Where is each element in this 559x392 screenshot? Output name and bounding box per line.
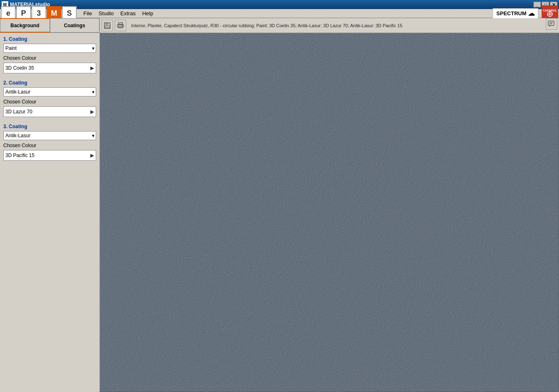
coating-3-colour-arrow: ▶: [90, 153, 94, 158]
left-panel: 1. Coating Paint Antik-Lasur None ▼ Chos…: [0, 33, 100, 392]
svg-rect-19: [100, 33, 559, 392]
main-container: Background Coatings: [0, 18, 559, 392]
toolbar-buttons: [100, 18, 128, 33]
coating-1-colour-value: 3D Coelin 35: [5, 65, 90, 71]
svg-rect-13: [548, 21, 554, 26]
coating-2-colour-label: Chosen Colour: [3, 99, 96, 105]
tab-coatings[interactable]: Coatings: [50, 18, 100, 33]
coating-3-colour-label: Chosen Colour: [3, 143, 96, 148]
coating-2-colour-value: 3D Lazur 70: [5, 109, 90, 115]
coating-3-colour-value: 3D Pacific 15: [5, 153, 90, 158]
coating-2-section: 2. Coating Paint Antik-Lasur None ▼ Chos…: [3, 80, 96, 117]
texture-svg: [100, 33, 559, 392]
tab-background[interactable]: Background: [0, 18, 50, 33]
svg-rect-6: [105, 23, 108, 25]
coating-1-colour-label: Chosen Colour: [3, 55, 96, 61]
svg-rect-8: [106, 26, 108, 28]
toolbar-row: Background Coatings: [0, 18, 559, 33]
coating-3-select-wrapper: Paint Antik-Lasur None ▼: [3, 131, 96, 140]
coating-2-label: 2. Coating: [3, 80, 96, 86]
comment-button[interactable]: [546, 18, 557, 30]
coating-2-colour-selector[interactable]: 3D Lazur 70 ▶: [3, 106, 96, 117]
coating-1-label: 1. Coating: [3, 36, 96, 42]
left-tabs: Background Coatings: [0, 18, 100, 33]
coating-3-section: 3. Coating Paint Antik-Lasur None ▼ Chos…: [3, 124, 96, 161]
coating-1-colour-arrow: ▶: [90, 65, 94, 71]
spectrum-label: SPECTRUM: [496, 10, 526, 16]
menu-studio[interactable]: Studio: [95, 9, 117, 17]
coating-2-select-wrapper: Paint Antik-Lasur None ▼: [3, 87, 96, 96]
coating-1-colour-selector[interactable]: 3D Coelin 35 ▶: [3, 63, 96, 73]
titlebar: M MATERIALstudio _ □ ✕: [0, 0, 559, 9]
print-button[interactable]: [115, 20, 126, 31]
coating-2-colour-arrow: ▶: [90, 109, 94, 115]
spectrum-logo: SPECTRUM ☁: [493, 8, 538, 19]
coating-3-colour-selector[interactable]: 3D Pacific 15 ▶: [3, 150, 96, 161]
texture-overlay: [100, 33, 559, 392]
coating-3-type-select[interactable]: Paint Antik-Lasur None: [3, 131, 96, 140]
menu-help[interactable]: Help: [139, 9, 157, 17]
coating-3-label: 3. Coating: [3, 124, 96, 129]
svg-rect-18: [100, 33, 559, 392]
description-text: Interior, Plaster, Capatect Strukturputz…: [131, 23, 402, 28]
coating-2-type-select[interactable]: Paint Antik-Lasur None: [3, 87, 96, 96]
save-button[interactable]: [101, 20, 113, 31]
content-area: 1. Coating Paint Antik-Lasur None ▼ Chos…: [0, 33, 559, 392]
save-icon: [104, 22, 111, 29]
preview-area: [100, 33, 559, 392]
description-bar: Interior, Plaster, Capatect Strukturputz…: [128, 18, 546, 33]
coating-1-type-select[interactable]: Paint Antik-Lasur None: [3, 44, 96, 53]
menubar: e P 3 M S File Studio Extras Help SPECTR…: [0, 9, 559, 18]
cloud-icon: ☁: [528, 9, 535, 17]
menu-extras[interactable]: Extras: [117, 9, 139, 17]
comment-icon: [548, 20, 555, 28]
svg-point-12: [122, 25, 123, 26]
menu-file[interactable]: File: [80, 9, 95, 17]
coating-1-select-wrapper: Paint Antik-Lasur None ▼: [3, 44, 96, 53]
preview-canvas: [100, 33, 559, 392]
print-icon: [117, 22, 124, 29]
coating-1-section: 1. Coating Paint Antik-Lasur None ▼ Chos…: [3, 36, 96, 73]
svg-rect-17: [100, 33, 559, 392]
